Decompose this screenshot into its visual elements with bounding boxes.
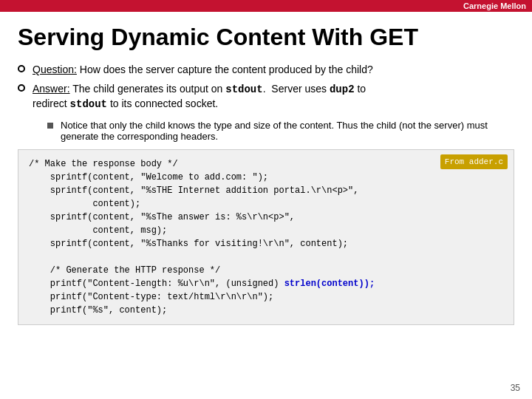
slide-content: Serving Dynamic Content With GET Questio… xyxy=(0,12,532,340)
bullet-circle-icon-2 xyxy=(18,84,25,92)
bullet-circle-icon xyxy=(18,65,25,72)
code-line-8: /* Generate the HTTP response */ xyxy=(29,264,503,277)
code-block: From adder.c /* Make the response body *… xyxy=(18,149,514,325)
code-line-5: sprintf(content, "%sThe answer is: %s\r\… xyxy=(29,211,503,224)
bullet-question: Question: How does the server capture th… xyxy=(18,63,514,78)
code-line-11: printf("%s", content); xyxy=(29,304,503,317)
highlight-strlen: strlen(content)); xyxy=(284,279,375,289)
code-badge: From adder.c xyxy=(440,154,508,170)
answer-label: Answer: xyxy=(33,83,70,95)
sub-bullet: Notice that only the child knows the typ… xyxy=(47,120,514,142)
code-line-6: content, msg); xyxy=(29,224,503,237)
bullet-answer: Answer: The child generates its output o… xyxy=(18,82,514,112)
question-label: Question: xyxy=(33,64,77,75)
question-body: How does the server capture the content … xyxy=(80,64,373,75)
brand-label: Carnegie Mellon xyxy=(463,1,526,10)
answer-to: to xyxy=(355,83,366,95)
header-bar: Carnegie Mellon xyxy=(0,0,532,12)
code-line-10: printf("Content-type: text/html\r\n\r\n"… xyxy=(29,290,503,304)
code-line-2: sprintf(content, "Welcome to add.com: ")… xyxy=(29,171,503,184)
answer-intro: The child generates its output on xyxy=(72,83,225,95)
code-line-3: sprintf(content, "%sTHE Internet additio… xyxy=(29,184,503,197)
stdout-code-1: stdout xyxy=(225,83,262,95)
bullet-list: Question: How does the server capture th… xyxy=(18,63,514,112)
dup2-code: dup2 xyxy=(330,83,355,95)
page-number: 35 xyxy=(511,383,520,393)
answer-redirect: redirect xyxy=(33,98,70,109)
answer-mid: . Server uses xyxy=(263,83,330,95)
stdout-code-2: stdout xyxy=(70,98,107,110)
code-line-4: content); xyxy=(29,197,503,211)
code-line-7: sprintf(content, "%sThanks for visiting!… xyxy=(29,237,503,250)
code-line-1: /* Make the response body */ xyxy=(29,157,503,171)
code-line-9: printf("Content-length: %u\r\n", (unsign… xyxy=(29,277,503,290)
answer-end: to its connected socket. xyxy=(107,98,218,109)
slide-title: Serving Dynamic Content With GET xyxy=(18,24,514,51)
sub-bullet-square-icon xyxy=(47,123,53,129)
sub-bullet-text: Notice that only the child knows the typ… xyxy=(61,120,514,142)
answer-text: Answer: The child generates its output o… xyxy=(33,82,366,112)
question-text: Question: How does the server capture th… xyxy=(33,63,373,78)
